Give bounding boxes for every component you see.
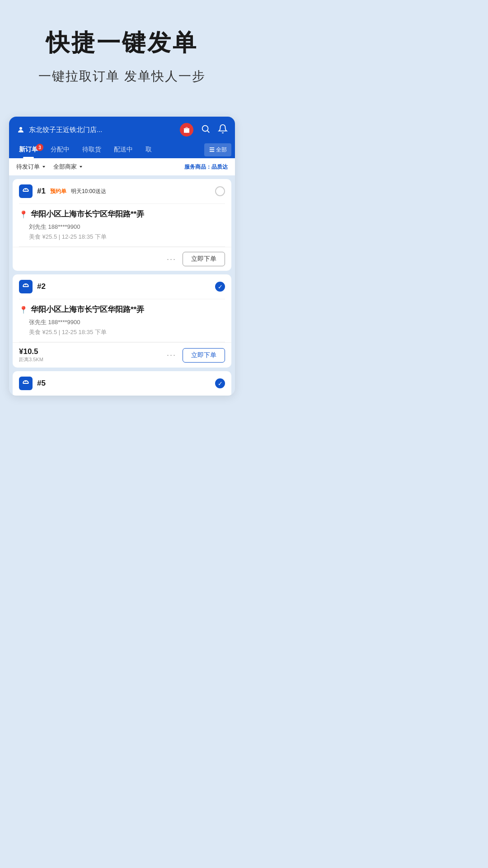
order-5-number: #5 [37, 379, 46, 388]
e-logo-5 [19, 377, 33, 390]
app-container: 东北饺子王近铁北门店... [9, 117, 235, 396]
pending-filter-label: 待发订单 [16, 163, 40, 171]
tab-delivering[interactable]: 配送中 [108, 141, 139, 158]
order-5-header: #5 ✓ [13, 371, 231, 396]
order-2-price-info: ¥10.5 距离3.5KM [19, 347, 43, 363]
order-2-address-row: 📍 华阳小区上海市长宁区华阳路**弄 [19, 305, 225, 315]
order-card-1: #1 预约单 明天10:00送达 📍 华阳小区上海市长宁区华阳路**弄 刘先生 … [13, 179, 231, 271]
header-top: 东北饺子王近铁北门店... [9, 117, 235, 141]
tab-distributing[interactable]: 分配中 [44, 141, 76, 158]
order-1-tag: 预约单 [50, 188, 66, 195]
order-card-5: #5 ✓ [13, 371, 231, 396]
hero-section: 快捷一键发单 一键拉取订单 发单快人一步 [0, 0, 244, 117]
order-2-distance: 距离3.5KM [19, 356, 43, 363]
filter-left: 待发订单 全部商家 [16, 163, 83, 171]
app-header: 东北饺子王近铁北门店... [9, 117, 235, 158]
order-2-address: 华阳小区上海市长宁区华阳路**弄 [31, 305, 144, 315]
tab-pickup[interactable]: 取 [139, 141, 158, 158]
location-pin-1: 📍 [19, 210, 28, 219]
order-1-address-section: 📍 华阳小区上海市长宁区华阳路**弄 [13, 204, 231, 223]
service-info: 服务商品：品质达 [184, 163, 228, 171]
order-1-footer: ··· 立即下单 [13, 247, 231, 271]
hero-subtitle: 一键拉取订单 发单快人一步 [38, 68, 206, 85]
nav-tabs: 新订单 3 分配中 待取货 配送中 取 全部 [9, 141, 235, 158]
filter-bar: 待发订单 全部商家 服务商品：品质达 [9, 158, 235, 175]
order-2-address-section: 📍 华阳小区上海市长宁区华阳路**弄 [13, 299, 231, 318]
e-logo-2 [19, 280, 33, 293]
order-2-contact: 张先生 188****9900 [13, 318, 231, 328]
all-tab-label: 全部 [216, 146, 227, 154]
order-1-meta: 美食 ¥25.5 | 12-25 18:35 下单 [13, 233, 231, 246]
location-pin-2: 📍 [19, 306, 28, 314]
pending-filter[interactable]: 待发订单 [16, 163, 46, 171]
store-name: 东北饺子王近铁北门店... [29, 126, 103, 134]
order-1-number: #1 [37, 187, 46, 196]
order-2-select[interactable]: ✓ [215, 282, 225, 292]
order-1-action-btn[interactable]: 立即下单 [183, 252, 225, 266]
order-1-time: 明天10:00送达 [71, 188, 106, 195]
order-card-2: #2 ✓ 📍 华阳小区上海市长宁区华阳路**弄 张先生 188****9900 … [13, 274, 231, 368]
order-1-header: #1 预约单 明天10:00送达 [13, 179, 231, 203]
order-2-price: ¥10.5 [19, 347, 43, 356]
tab-new-orders[interactable]: 新订单 3 [13, 141, 44, 158]
svg-point-0 [19, 127, 22, 130]
svg-rect-5 [210, 149, 215, 150]
svg-point-3 [202, 125, 208, 131]
order-2-meta: 美食 ¥25.5 | 12-25 18:35 下单 [13, 328, 231, 342]
service-label: 服务商品： [184, 164, 211, 170]
order-2-more[interactable]: ··· [167, 350, 176, 360]
order-5-select[interactable]: ✓ [215, 378, 225, 388]
svg-rect-6 [210, 151, 215, 152]
order-2-action-btn[interactable]: 立即下单 [183, 348, 225, 363]
order-1-contact: 刘先生 188****9900 [13, 223, 231, 233]
new-orders-badge: 3 [36, 144, 43, 151]
tab-pending-pickup[interactable]: 待取货 [76, 141, 108, 158]
header-icons [180, 123, 228, 137]
bell-icon[interactable] [218, 124, 228, 136]
tab-new-orders-label: 新订单 3 [13, 141, 44, 158]
user-icon [16, 125, 25, 134]
service-value: 品质达 [211, 164, 228, 170]
order-1-select[interactable] [215, 186, 225, 196]
order-2-footer-right: ··· 立即下单 [167, 348, 225, 363]
order-1-more[interactable]: ··· [167, 255, 176, 264]
merchant-filter[interactable]: 全部商家 [53, 163, 83, 171]
hero-title: 快捷一键发单 [46, 27, 198, 59]
order-1-address: 华阳小区上海市长宁区华阳路**弄 [31, 209, 144, 219]
gift-icon[interactable] [180, 123, 193, 137]
e-logo-1 [19, 184, 33, 198]
all-tab[interactable]: 全部 [204, 143, 231, 156]
order-2-header: #2 ✓ [13, 274, 231, 299]
store-info[interactable]: 东北饺子王近铁北门店... [16, 125, 103, 134]
order-2-footer: ¥10.5 距离3.5KM ··· 立即下单 [13, 342, 231, 368]
merchant-filter-label: 全部商家 [53, 163, 77, 171]
search-icon[interactable] [201, 124, 211, 136]
order-2-number: #2 [37, 282, 46, 291]
svg-rect-4 [210, 147, 215, 148]
order-1-address-row: 📍 华阳小区上海市长宁区华阳路**弄 [19, 209, 225, 219]
